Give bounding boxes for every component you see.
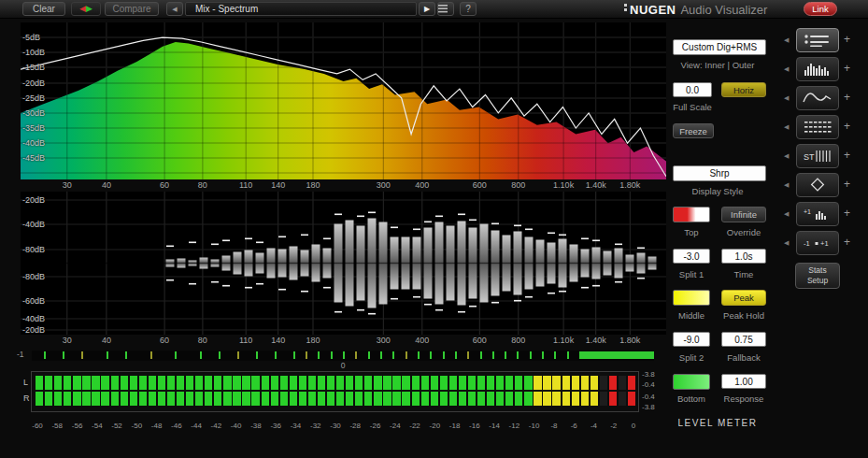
slot-collapse-arrow[interactable]: ◀ [784,239,789,247]
chevron-left-icon: ◀ [172,6,177,12]
view-slot-button[interactable] [796,57,839,81]
meter-segment [534,376,541,390]
meter-segment [534,392,541,406]
db-tick-label: -10dB [22,48,45,57]
meter-scale-label: -12 [509,422,520,430]
split2-input[interactable]: -9.0 [673,332,710,347]
preset-list-button[interactable] [437,2,454,16]
stats-setup-button[interactable]: Stats Setup [795,263,840,289]
freeze-button[interactable]: Freeze [673,123,714,138]
view-slot-button[interactable] [796,173,839,197]
meter-segment [412,392,420,406]
meter-scale-label: -60 [32,422,43,430]
meter-segment [591,392,598,406]
infinite-button[interactable]: Infinite [721,207,766,222]
response-input[interactable]: 1.00 [721,374,766,389]
meter-segment [149,392,156,406]
meter-segment [431,392,438,406]
slot-collapse-arrow[interactable]: ◀ [784,94,789,102]
middle-color-swatch[interactable] [673,290,710,306]
meter-segment [205,376,212,390]
meter-segment [308,376,316,390]
freq-tick-label: 1.80k [619,180,640,190]
slot-collapse-arrow[interactable]: ◀ [784,65,789,73]
slot-add-button[interactable]: + [844,178,850,191]
slot-add-button[interactable]: + [844,33,850,46]
slot-collapse-arrow[interactable]: ◀ [784,123,789,131]
slot-collapse-arrow[interactable]: ◀ [784,210,789,218]
meter-segment [121,392,128,406]
meter-segment [64,376,71,390]
meter-scale-label: -10 [529,422,540,430]
next-preset-button[interactable]: ▶ [419,2,435,16]
slot-add-button[interactable]: + [844,236,850,249]
preset-selector[interactable]: Mix - Spectrum [185,2,417,16]
meter-segment [562,392,570,406]
meter-segment [242,376,249,390]
meter-scale-label: -18 [449,422,461,430]
link-button[interactable]: Link [804,2,837,16]
freq-tick-label: 60 [160,180,169,190]
meter-scale-label: -34 [291,422,302,430]
slot-collapse-arrow[interactable]: ◀ [784,152,789,160]
stats-setup-line1: Stats [796,265,839,276]
slot-add-button[interactable]: + [844,207,850,220]
help-button[interactable]: ? [460,2,477,16]
slot-add-button[interactable]: + [844,62,850,75]
meter-segment [619,376,626,390]
meter-segment [327,376,334,390]
display-style-label: Display Style [665,186,770,196]
view-slot-button[interactable] [796,28,839,52]
arrow-right-green-icon: ▶ [86,4,92,13]
display-style-select[interactable]: Shrp [673,165,766,181]
meter-segment [92,392,99,406]
correlation-strip[interactable] [32,351,654,361]
meter-segment [364,392,372,406]
view-slot-button[interactable]: +1 [796,202,839,226]
fallback-input[interactable]: 0.75 [721,332,766,347]
strip-tick [554,351,556,359]
strip-tick [256,351,258,359]
previous-preset-button[interactable]: ◀ [166,2,183,16]
slot-collapse-arrow[interactable]: ◀ [784,36,789,44]
bottom-color-swatch[interactable] [673,374,710,390]
slot-add-button[interactable]: + [844,120,850,133]
clear-button[interactable]: Clear [22,2,65,16]
meter-segment [308,392,316,406]
peak-button[interactable]: Peak [721,290,766,306]
strip-tick [542,351,544,359]
split1-input[interactable]: -3.0 [673,249,710,264]
meter-segment [477,392,485,406]
top-color-swatch[interactable] [673,207,710,222]
time-input[interactable]: 1.0s [721,249,766,264]
split2-label: Split 2 [663,352,719,363]
meter-scale-label: -46 [171,422,182,430]
compare-button[interactable]: Compare [105,2,159,16]
compare-toggle-arrows[interactable]: ◀▶ [71,2,101,16]
meter-segment [487,392,494,406]
meter-readout: -0.4 [642,393,655,401]
spectrum-display[interactable]: -5dB-10dB-15dB-20dB-25dB-30dB-35dB-40dB-… [21,22,666,179]
meter-segment [336,392,344,406]
horiz-button[interactable]: Horiz [721,82,766,97]
meter-segment [402,376,409,390]
view-slot-button[interactable] [796,86,839,110]
meter-scale-label: -48 [151,422,163,430]
analysis-mode-select[interactable]: Custom Dig+RMS [673,39,766,55]
view-slot-button[interactable]: -1+1 [796,231,839,255]
strip-tick [175,351,177,359]
meter-segment [440,392,448,406]
slot-collapse-arrow[interactable]: ◀ [784,181,789,189]
spectrum-frequency-scale: 304060801101401803004006008001.10k1.40k1… [21,179,666,192]
view-slot-button[interactable]: ST [796,144,839,168]
meter-segment [572,392,579,406]
split-band-display[interactable]: -20dB-40dB-80dB-80dB-60dB-40dB-20dB [21,192,666,335]
freq-tick-label: 40 [102,180,111,190]
view-inner-outer-label[interactable]: View: Inner | Outer [665,60,770,70]
view-slot-button[interactable] [796,115,839,139]
slot-add-button[interactable]: + [844,91,850,104]
meter-segment [421,376,429,390]
meter-segment [121,376,128,390]
slot-add-button[interactable]: + [844,149,850,162]
full-scale-input[interactable]: 0.0 [673,82,712,97]
